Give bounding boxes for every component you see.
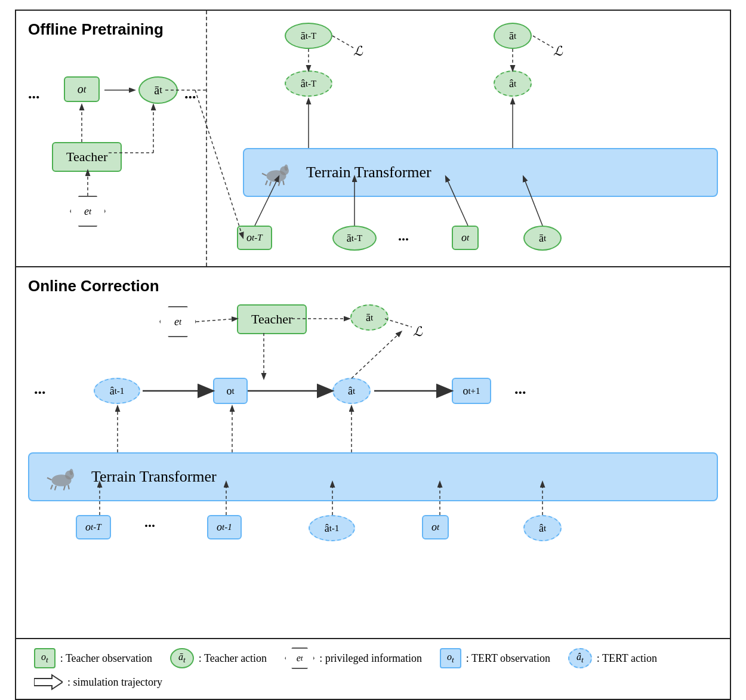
left-panel: ··· ot āt ··· Teacher et xyxy=(16,11,207,266)
node-at-T-bar-top: āt-T xyxy=(285,23,332,49)
node-ot-T-bot: ot-T xyxy=(76,515,111,539)
terrain-transformer-label-top: Terrain Transformer xyxy=(306,164,431,181)
node-ot-tert-online: ot xyxy=(213,378,248,404)
node-at-bar-online-dashed: āt xyxy=(350,304,389,331)
svg-line-28 xyxy=(51,485,53,490)
svg-line-12 xyxy=(283,181,284,186)
node-at-1-hat-online: ât-1 xyxy=(94,378,140,404)
dots-online-left: ··· xyxy=(34,384,46,402)
svg-line-10 xyxy=(270,181,271,186)
loss-label-left: ℒ xyxy=(353,44,363,59)
legend-desc-privileged: : privileged information xyxy=(319,652,422,665)
svg-line-35 xyxy=(385,319,412,327)
node-at-hat-top: ât xyxy=(494,70,532,97)
legend-desc-teacher-action: : Teacher action xyxy=(199,652,267,665)
svg-line-32 xyxy=(47,478,52,480)
online-label: Online Correction xyxy=(28,277,159,295)
svg-line-11 xyxy=(279,181,280,186)
svg-line-40 xyxy=(352,332,401,378)
svg-point-27 xyxy=(70,469,73,476)
legend-item-teacher-action: āt : Teacher action xyxy=(170,648,267,668)
svg-line-31 xyxy=(68,485,69,490)
dog-icon-top xyxy=(258,158,294,187)
legend-item-privileged: et : privileged information xyxy=(285,647,422,669)
svg-line-13 xyxy=(262,174,267,176)
legend: ot : Teacher observation āt : Teacher ac… xyxy=(16,638,730,699)
terrain-transformer-bottom: Terrain Transformer xyxy=(28,452,718,501)
legend-item-sim-traj: : simulation trajectory xyxy=(34,674,162,690)
offline-section: Offline Pretraining ··· ot āt ··· Teache… xyxy=(16,11,730,267)
legend-desc-tert-action: : TERT action xyxy=(597,652,657,665)
node-at-bar-left: āt xyxy=(138,76,178,104)
legend-symbol-tert-obs: ot xyxy=(440,648,461,668)
loss-online: ℒ xyxy=(413,324,423,340)
svg-line-18 xyxy=(533,36,553,48)
legend-desc-tert-obs: : TERT observation xyxy=(466,652,550,665)
svg-line-15 xyxy=(332,36,353,48)
legend-desc-sim-traj: : simulation trajectory xyxy=(67,676,162,689)
svg-line-33 xyxy=(196,319,237,322)
dots-bottom-right: ··· xyxy=(398,232,409,248)
node-et-hex-left: et xyxy=(70,196,106,227)
left-panel-arrows xyxy=(16,11,206,266)
legend-desc-teacher-obs: : Teacher observation xyxy=(60,652,152,665)
legend-sim-traj-arrow xyxy=(34,674,63,690)
terrain-transformer-label-bottom: Terrain Transformer xyxy=(91,468,217,486)
node-ot-teacher-left: ot xyxy=(64,76,100,102)
legend-item-tert-obs: ot : TERT observation xyxy=(440,648,550,668)
legend-symbol-tert-action: ât xyxy=(568,648,592,668)
svg-line-29 xyxy=(55,486,56,491)
node-ot-1-bot: ot-1 xyxy=(207,515,242,539)
dog-icon-bottom xyxy=(44,462,79,492)
node-at-hat-bot: ât xyxy=(523,515,562,541)
right-panel: āt-T ℒ āt ℒ ât-T ât xyxy=(207,11,730,266)
node-teacher-left: Teacher xyxy=(52,142,122,172)
main-diagram: Offline Pretraining ··· ot āt ··· Teache… xyxy=(15,10,731,700)
node-at-bar-bottom-right: āt xyxy=(523,226,562,251)
legend-symbol-teacher-obs: ot xyxy=(34,648,56,668)
svg-line-30 xyxy=(64,486,65,491)
legend-item-teacher-obs: ot : Teacher observation xyxy=(34,648,152,668)
loss-label-right: ℒ xyxy=(553,44,563,59)
legend-symbol-teacher-action: āt xyxy=(170,648,194,668)
node-at-bar-top: āt xyxy=(494,23,532,49)
node-at-T-hat-top: ât-T xyxy=(285,70,332,97)
node-at-1-hat-bot: ât-1 xyxy=(309,515,355,541)
dots-online-right: ··· xyxy=(514,384,526,402)
node-at-T-bar-bottom: āt-T xyxy=(332,226,377,251)
node-teacher-online: Teacher xyxy=(237,304,307,334)
dots-right-at: ··· xyxy=(184,88,196,106)
node-ot-bot: ot xyxy=(422,515,449,539)
node-et-hex-online: et xyxy=(159,306,196,337)
node-ot-T-bottom: ot-T xyxy=(237,226,272,250)
svg-point-8 xyxy=(285,165,288,171)
terrain-transformer-top: Terrain Transformer xyxy=(243,148,718,197)
node-at-hat-online: ât xyxy=(332,378,371,404)
legend-item-tert-action: ât : TERT action xyxy=(568,648,657,668)
online-section: Online Correction et Teacher āt ℒ ··· ât… xyxy=(16,267,730,638)
svg-marker-49 xyxy=(34,675,63,689)
dots-left: ··· xyxy=(28,88,40,106)
node-ot1-tert-online: ot+1 xyxy=(452,378,491,404)
svg-line-9 xyxy=(266,181,267,186)
dots-bot-1: ··· xyxy=(144,518,155,534)
node-ot-bottom-right: ot xyxy=(452,226,479,250)
legend-symbol-privileged: et xyxy=(285,647,315,669)
